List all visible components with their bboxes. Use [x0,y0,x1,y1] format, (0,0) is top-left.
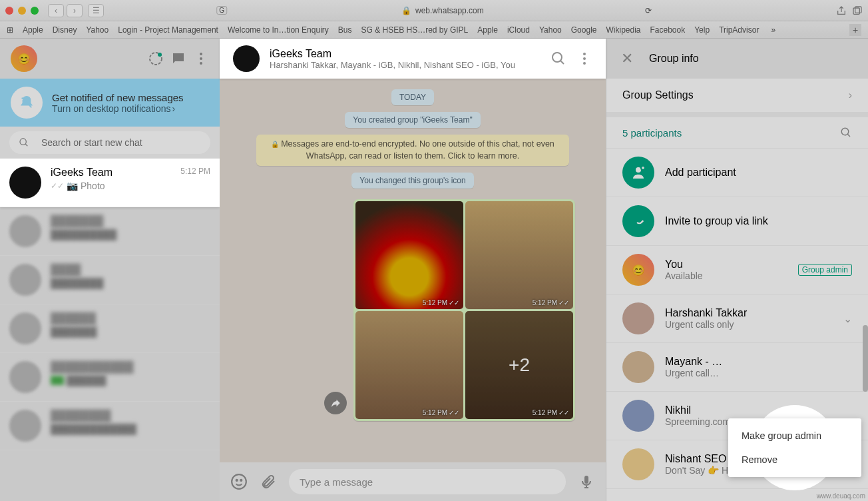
add-participant-row[interactable]: Add participant [606,149,868,197]
svg-point-13 [236,480,238,481]
mic-icon[interactable] [578,473,595,490]
more-photos-count: +2 [465,311,573,419]
chat-menu-icon[interactable] [576,51,592,67]
bookmark-item[interactable]: Bus [338,25,352,35]
ticks-icon: ✓✓ [51,181,64,191]
close-window-icon[interactable] [5,7,13,15]
chat-list-item[interactable]: █████████████████ [0,207,220,256]
photo-thumbnail[interactable]: 5:12 PM ✓✓ [355,311,463,419]
bookmark-item[interactable]: Apple [477,25,498,35]
chat-list-item[interactable]: █████████████████████ [0,402,220,450]
svg-point-9 [583,53,586,55]
add-person-icon [622,157,654,189]
share-icon[interactable] [836,5,847,16]
scrollbar[interactable] [863,325,868,392]
participant-row[interactable]: Harshanki TakkarUrgent calls only ⌄ [606,294,868,343]
chat-pane: iGeeks Team Harshanki Takkar, Mayank - i… [220,39,606,501]
notification-action[interactable]: Turn on desktop notifications › [52,103,184,114]
chevron-down-icon[interactable]: ⌄ [843,312,852,325]
bookmark-item[interactable]: Yelp [694,25,710,35]
minimize-window-icon[interactable] [18,7,26,15]
notification-banner[interactable]: Get notified of new messages Turn on des… [0,79,220,127]
svg-point-4 [200,53,202,55]
bookmarks-grid-icon[interactable]: ⊞ [7,25,13,35]
chat-list-item[interactable]: █████████████ [0,304,220,353]
chat-list-item[interactable]: █████████████████ [0,353,220,402]
search-input-wrap[interactable] [9,131,210,154]
svg-point-3 [158,53,162,57]
chat-body[interactable]: TODAY You created group "iGeeks Team" Me… [220,79,606,462]
chat-header-subtitle: Harshanki Takkar, Mayank - iGB, Nikhil, … [270,60,541,70]
attach-icon[interactable] [260,473,277,490]
photo-thumbnail-more[interactable]: +25:12 PM ✓✓ [465,311,573,419]
participant-row[interactable]: Mayank - …Urgent call… [606,343,868,392]
bookmark-item[interactable]: SG & HSEB HS…red by GIPL [361,25,469,35]
bookmark-item[interactable]: Yahoo [86,25,108,35]
participant-row[interactable]: Nishant SEO - iGBDon't Say 👉 Hi & Come T… [606,440,868,489]
emoji-icon[interactable] [230,473,248,490]
reader-icon[interactable]: G [216,6,227,15]
search-bar [0,127,220,159]
bookmark-item[interactable]: Yahoo [539,25,562,35]
chat-header[interactable]: iGeeks Team Harshanki Takkar, Mayank - i… [220,39,606,79]
svg-point-10 [583,57,586,60]
svg-point-7 [20,139,26,145]
watermark: www.deuaq.com [817,492,865,500]
search-in-chat-icon[interactable] [550,51,566,67]
lock-icon: 🔒 [401,6,411,15]
left-pane: 😊 Get notified of new messages Turn on d… [0,39,220,501]
toolbar-right [836,5,863,16]
participant-avatar [622,400,654,432]
search-input[interactable] [41,137,201,148]
bookmark-item[interactable]: Disney [53,25,77,35]
svg-rect-15 [584,476,588,484]
bookmark-item[interactable]: Welcome to In…tion Enquiry [228,25,329,35]
photo-thumbnail[interactable]: 5:12 PM ✓✓ [355,201,463,309]
sidebar-button[interactable]: ☰ [88,4,104,17]
fullscreen-window-icon[interactable] [31,7,39,15]
forward-button[interactable]: › [67,4,83,17]
message-input[interactable]: Type a message [289,469,566,494]
group-settings-row[interactable]: Group Settings › [606,79,868,117]
photo-thumbnail[interactable]: 5:12 PM ✓✓ [465,201,573,309]
chat-subtitle: Photo [81,181,105,191]
outgoing-message[interactable]: 5:12 PM ✓✓ 5:12 PM ✓✓ 5:12 PM ✓✓ +25:12 … [353,199,575,421]
bookmark-item[interactable]: Login - Project Management [118,25,218,35]
chat-avatar [9,264,41,296]
bookmark-item[interactable]: iCloud [507,25,530,35]
bookmark-item[interactable]: Facebook [650,25,686,35]
participant-row[interactable]: NikhilSpreeming.com [606,392,868,440]
close-icon[interactable]: ✕ [621,50,633,67]
invite-link-row[interactable]: Invite to group via link [606,197,868,246]
link-icon [622,205,654,237]
svg-point-11 [583,62,586,65]
menu-icon[interactable] [193,51,209,67]
bookmark-item[interactable]: Apple [23,25,43,35]
svg-point-8 [552,53,562,62]
bookmarks-more-icon[interactable]: » [771,25,775,35]
chat-header-avatar[interactable] [233,45,260,72]
new-chat-icon[interactable] [170,51,186,67]
chat-list[interactable]: iGeeks Team5:12 PM ✓✓📷Photo ████████████… [0,159,220,501]
tabs-icon[interactable] [852,5,863,16]
my-avatar[interactable]: 😊 [11,45,37,72]
chat-list-item[interactable]: ████████████ [0,256,220,304]
bookmark-item[interactable]: Wikipedia [606,25,640,35]
participant-row[interactable]: 😊 YouAvailable Group admin [606,246,868,294]
bookmark-item[interactable]: Google [571,25,597,35]
admin-badge: Group admin [798,264,852,276]
svg-point-5 [200,57,202,60]
participants-count: 5 participants [622,127,682,139]
chat-time: 5:12 PM [180,167,210,179]
reload-icon[interactable]: ⟳ [645,6,652,15]
search-participants-icon[interactable] [840,127,852,139]
forward-icon[interactable] [324,392,347,414]
svg-point-17 [636,167,641,173]
encryption-notice[interactable]: Messages are end-to-end encrypted. No on… [256,135,569,166]
back-button[interactable]: ‹ [48,4,64,17]
chat-list-item-active[interactable]: iGeeks Team5:12 PM ✓✓📷Photo [0,159,220,207]
status-icon[interactable] [148,51,164,67]
address-bar[interactable]: G 🔒 web.whatsapp.com ⟳ [216,6,652,15]
new-tab-button[interactable]: + [849,24,861,36]
bookmark-item[interactable]: TripAdvisor [719,25,759,35]
